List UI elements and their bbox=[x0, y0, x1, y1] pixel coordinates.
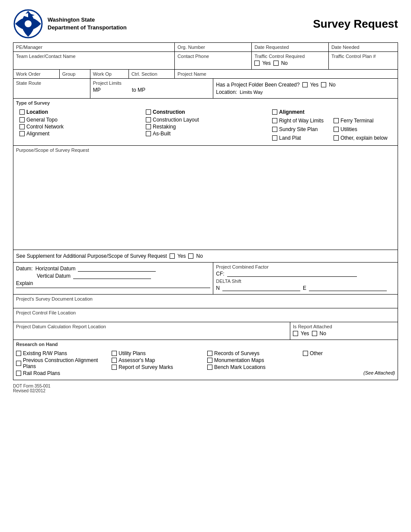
purpose-scope-cell: Purpose/Scope of Survey Request bbox=[13, 146, 398, 250]
cf-row: CF: bbox=[216, 271, 395, 277]
folder-yes-checkbox[interactable] bbox=[302, 82, 308, 87]
other-explain-row: Other, explain below bbox=[334, 135, 392, 141]
date-requested-cell: Date Requested bbox=[252, 43, 329, 52]
e-label: E bbox=[303, 285, 306, 291]
horizontal-datum-field[interactable] bbox=[78, 266, 156, 272]
datum-label: Datum: bbox=[16, 266, 33, 272]
agency-line2: Department of Transportation bbox=[48, 24, 127, 32]
report-no-checkbox[interactable] bbox=[312, 331, 317, 336]
rail-road-checkbox[interactable] bbox=[16, 371, 21, 376]
assessors-map-checkbox[interactable] bbox=[112, 358, 117, 363]
research-on-hand-cell: Research on Hand Existing R/W Plans Prev… bbox=[13, 340, 398, 380]
delta-ne-row: N E bbox=[216, 285, 395, 291]
traffic-control-options: Yes No bbox=[254, 60, 326, 66]
work-op-cell: Work Op bbox=[90, 70, 128, 79]
report-yes-label: Yes bbox=[301, 330, 309, 337]
row-state-route: State Route Project Limits MP to MP Has … bbox=[13, 79, 398, 99]
purpose-scope-area[interactable] bbox=[16, 153, 395, 248]
other-research-checkbox[interactable] bbox=[303, 351, 308, 356]
agency-name-block: Washington State Department of Transport… bbox=[48, 16, 127, 32]
report-yes-checkbox[interactable] bbox=[293, 331, 298, 336]
utilities-checkbox[interactable] bbox=[334, 127, 339, 132]
supplement-no-checkbox[interactable] bbox=[188, 253, 193, 259]
bench-mark-label: Bench Mark Locations bbox=[214, 364, 266, 370]
control-network-label: Control Network bbox=[26, 124, 64, 130]
team-leader-label: Team Leader/Contact Name bbox=[16, 54, 172, 59]
supplement-yes-checkbox[interactable] bbox=[170, 253, 175, 259]
n-field[interactable] bbox=[222, 285, 300, 291]
other-research-label: Other bbox=[310, 350, 323, 356]
research-grid: Existing R/W Plans Previous Construction… bbox=[16, 349, 395, 378]
vertical-datum-field[interactable] bbox=[73, 273, 151, 279]
ctrl-section-label: Ctrl. Section bbox=[132, 71, 172, 77]
folder-created-cell: Has a Project Folder Been Created? Yes N… bbox=[213, 79, 398, 99]
is-report-attached-label: Is Report Attached bbox=[293, 324, 395, 329]
location-label: Location: bbox=[216, 89, 237, 95]
contact-phone-cell: Contact Phone bbox=[175, 52, 252, 70]
project-limits-mp: MP to MP bbox=[93, 87, 210, 93]
assessors-map-label: Assessor's Map bbox=[119, 357, 155, 363]
right-of-way-label: Right of Way Limits bbox=[279, 118, 324, 124]
folder-created-row: Has a Project Folder Been Created? Yes N… bbox=[216, 82, 395, 88]
right-of-way-checkbox[interactable] bbox=[272, 118, 277, 123]
location-col-label: Location bbox=[26, 109, 48, 115]
org-number-label: Org. Number bbox=[177, 45, 249, 50]
construction-col-label: Construction bbox=[153, 109, 185, 115]
logo-area: Washington State Department of Transport… bbox=[13, 9, 127, 39]
type-survey-grid: Location General Topo Control Network Al… bbox=[16, 107, 395, 144]
horizontal-datum-label: Horizontal Datum bbox=[35, 266, 76, 272]
land-plat-checkbox[interactable] bbox=[272, 135, 277, 141]
alignment-sub-label: Alignment bbox=[26, 131, 49, 137]
monumentation-maps-checkbox[interactable] bbox=[207, 358, 212, 363]
general-topo-checkbox[interactable] bbox=[19, 117, 25, 122]
agency-line1: Washington State bbox=[48, 16, 127, 24]
rail-road-label: Rail Road Plans bbox=[23, 370, 60, 376]
construction-main-checkbox[interactable] bbox=[146, 109, 151, 115]
location-main-checkbox[interactable] bbox=[19, 109, 25, 115]
bench-mark-checkbox[interactable] bbox=[207, 365, 212, 370]
cf-field[interactable] bbox=[227, 271, 357, 277]
report-survey-row: Report of Survey Marks bbox=[112, 364, 204, 370]
records-surveys-checkbox[interactable] bbox=[207, 351, 212, 356]
bench-mark-row: Bench Mark Locations bbox=[207, 364, 299, 370]
alignment-main-checkbox[interactable] bbox=[272, 109, 277, 115]
prev-construction-row: Previous Construction Alignment Plans bbox=[16, 357, 108, 369]
group-cell: Group bbox=[59, 70, 90, 79]
control-network-row: Control Network bbox=[19, 124, 139, 130]
location-column: Location General Topo Control Network Al… bbox=[16, 109, 142, 142]
monumentation-maps-label: Monumentation Maps bbox=[214, 357, 264, 363]
traffic-control-no-checkbox[interactable] bbox=[273, 61, 279, 66]
as-built-checkbox[interactable] bbox=[146, 131, 151, 136]
ferry-terminal-checkbox[interactable] bbox=[334, 118, 339, 123]
survey-doc-location-cell: Project's Survey Document Location bbox=[13, 295, 398, 308]
cf-label: CF: bbox=[216, 271, 224, 277]
traffic-control-label: Traffic Control Required bbox=[254, 54, 326, 59]
n-label: N bbox=[216, 285, 220, 291]
general-topo-label: General Topo bbox=[26, 117, 58, 123]
report-survey-checkbox[interactable] bbox=[112, 365, 117, 370]
folder-no-checkbox[interactable] bbox=[321, 82, 326, 87]
utility-plans-checkbox[interactable] bbox=[112, 351, 117, 356]
purpose-scope-label: Purpose/Scope of Survey Request bbox=[16, 147, 395, 153]
vertical-datum-label: Vertical Datum bbox=[37, 273, 71, 279]
construction-layout-checkbox[interactable] bbox=[146, 117, 151, 122]
traffic-control-yes-checkbox[interactable] bbox=[254, 61, 260, 66]
e-field[interactable] bbox=[309, 285, 387, 291]
prev-construction-checkbox[interactable] bbox=[16, 361, 21, 366]
ferry-terminal-label: Ferry Terminal bbox=[340, 118, 373, 124]
project-combined-label: Project Combined Factor bbox=[216, 264, 395, 269]
other-explain-checkbox[interactable] bbox=[334, 135, 339, 141]
restaking-checkbox[interactable] bbox=[146, 124, 151, 129]
row-work-order: Work Order Group Work Op Ctrl. Section P… bbox=[13, 70, 398, 79]
row-control-file-location: Project Control File Location bbox=[13, 308, 398, 322]
control-network-checkbox[interactable] bbox=[19, 124, 25, 129]
construction-col-header: Construction bbox=[146, 109, 265, 115]
alignment-sub-checkbox[interactable] bbox=[19, 131, 25, 136]
construction-layout-row: Construction Layout bbox=[146, 117, 265, 123]
survey-doc-location-label: Project's Survey Document Location bbox=[16, 296, 395, 301]
state-route-cell: State Route bbox=[13, 79, 90, 99]
type-of-survey-cell: Type of Survey Location General Topo Con… bbox=[13, 99, 398, 146]
explain-row: Explain bbox=[16, 280, 210, 286]
sundry-site-checkbox[interactable] bbox=[272, 127, 277, 132]
existing-rw-checkbox[interactable] bbox=[16, 351, 21, 356]
